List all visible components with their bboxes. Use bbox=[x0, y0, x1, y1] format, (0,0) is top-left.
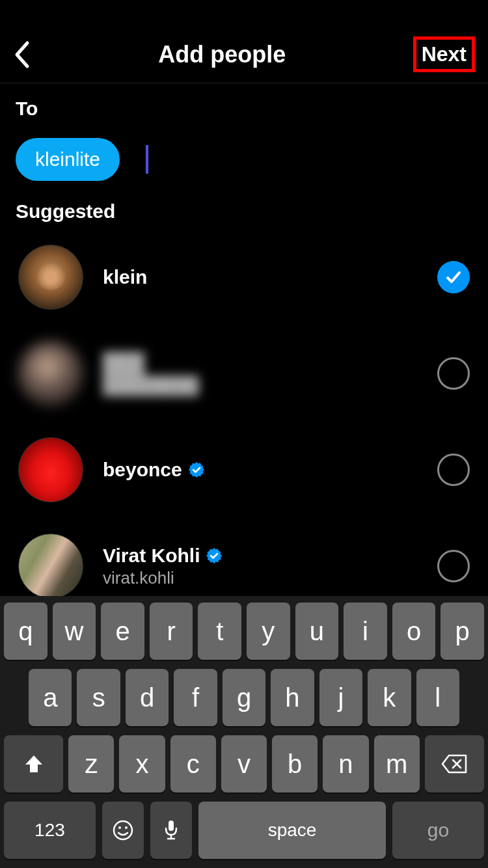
key-m[interactable]: m bbox=[374, 735, 420, 793]
suggested-list: klein ███ ████████ beyonce bbox=[0, 229, 488, 614]
user-name: beyonce bbox=[103, 459, 182, 481]
key-q[interactable]: q bbox=[4, 603, 47, 660]
avatar bbox=[18, 245, 83, 310]
name-block: klein bbox=[103, 266, 418, 288]
to-label: To bbox=[0, 83, 488, 120]
key-v[interactable]: v bbox=[221, 735, 267, 793]
suggested-label: Suggested bbox=[0, 200, 488, 229]
svg-point-0 bbox=[114, 821, 132, 839]
recipient-field[interactable]: kleinlite bbox=[0, 120, 488, 200]
user-name: klein bbox=[103, 266, 147, 288]
key-r[interactable]: r bbox=[150, 603, 193, 660]
key-a[interactable]: a bbox=[29, 669, 72, 726]
list-item[interactable]: klein bbox=[0, 229, 488, 325]
key-d[interactable]: d bbox=[126, 669, 169, 726]
header: Add people Next bbox=[0, 0, 488, 83]
key-numbers[interactable]: 123 bbox=[4, 802, 96, 859]
key-go[interactable]: go bbox=[392, 802, 484, 859]
key-g[interactable]: g bbox=[223, 669, 265, 726]
key-b[interactable]: b bbox=[272, 735, 318, 793]
select-radio[interactable] bbox=[437, 357, 470, 390]
key-o[interactable]: o bbox=[392, 603, 436, 660]
text-cursor bbox=[146, 145, 148, 174]
select-radio[interactable] bbox=[437, 454, 470, 486]
key-mic[interactable] bbox=[150, 802, 192, 859]
key-p[interactable]: p bbox=[441, 603, 484, 660]
key-e[interactable]: e bbox=[101, 603, 144, 660]
name-block: beyonce bbox=[103, 459, 418, 481]
key-f[interactable]: f bbox=[174, 669, 217, 726]
key-t[interactable]: t bbox=[198, 603, 241, 660]
key-shift[interactable] bbox=[4, 735, 63, 793]
keyboard: q w e r t y u i o p a s d f g h j k l z … bbox=[0, 596, 488, 868]
list-item[interactable]: beyonce bbox=[0, 422, 488, 518]
back-icon[interactable] bbox=[13, 40, 31, 69]
key-h[interactable]: h bbox=[271, 669, 314, 726]
key-u[interactable]: u bbox=[295, 603, 339, 660]
key-i[interactable]: i bbox=[344, 603, 387, 660]
keyboard-row: z x c v b n m bbox=[4, 735, 484, 793]
key-s[interactable]: s bbox=[77, 669, 120, 726]
select-radio[interactable] bbox=[437, 550, 470, 582]
key-n[interactable]: n bbox=[323, 735, 368, 793]
key-j[interactable]: j bbox=[319, 669, 362, 726]
key-space[interactable]: space bbox=[198, 802, 386, 859]
user-username: virat.kohli bbox=[103, 568, 418, 588]
page-title: Add people bbox=[158, 41, 286, 68]
verified-icon bbox=[206, 548, 222, 563]
key-emoji[interactable] bbox=[102, 802, 144, 859]
key-w[interactable]: w bbox=[53, 603, 96, 660]
next-button[interactable]: Next bbox=[413, 36, 475, 72]
key-c[interactable]: c bbox=[170, 735, 216, 793]
key-l[interactable]: l bbox=[416, 669, 459, 726]
name-block: ███ ████████ bbox=[103, 352, 418, 396]
key-k[interactable]: k bbox=[368, 669, 411, 726]
avatar bbox=[18, 437, 83, 502]
user-username: ████████ bbox=[103, 375, 418, 396]
key-x[interactable]: x bbox=[119, 735, 165, 793]
svg-point-1 bbox=[118, 826, 121, 829]
name-block: Virat Kohli virat.kohli bbox=[103, 545, 418, 588]
user-name: Virat Kohli bbox=[103, 545, 200, 567]
key-backspace[interactable] bbox=[425, 735, 484, 793]
keyboard-row: 123 space go bbox=[4, 802, 484, 859]
avatar bbox=[18, 534, 83, 599]
list-item[interactable]: ███ ████████ bbox=[0, 325, 488, 422]
avatar bbox=[18, 341, 83, 406]
keyboard-row: a s d f g h j k l bbox=[4, 669, 484, 726]
select-radio-checked[interactable] bbox=[437, 261, 470, 293]
user-name: ███ bbox=[103, 352, 144, 374]
key-z[interactable]: z bbox=[68, 735, 114, 793]
keyboard-row: q w e r t y u i o p bbox=[4, 603, 484, 660]
key-y[interactable]: y bbox=[247, 603, 290, 660]
svg-point-2 bbox=[125, 826, 128, 829]
verified-icon bbox=[189, 462, 204, 478]
recipient-chip[interactable]: kleinlite bbox=[16, 138, 120, 181]
svg-rect-3 bbox=[169, 821, 174, 831]
